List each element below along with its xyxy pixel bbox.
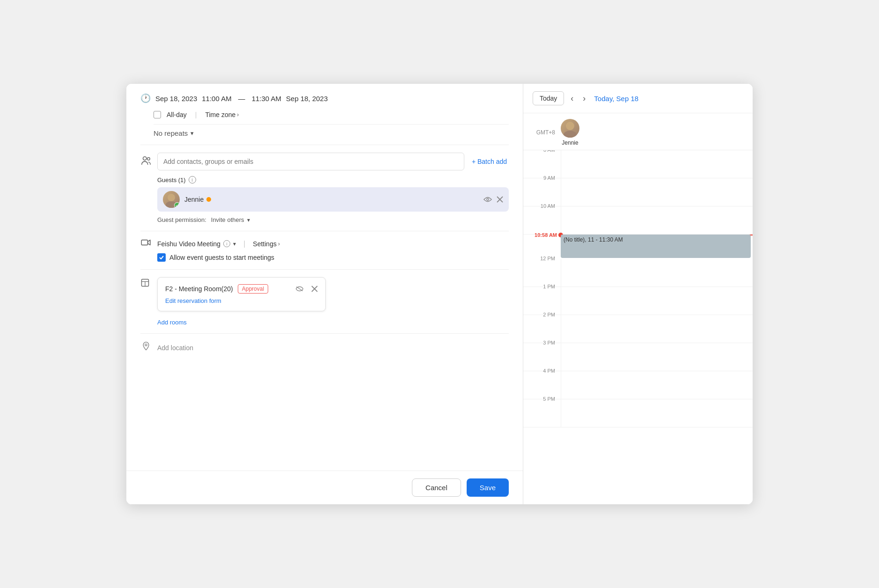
calendar-panel: Today ‹ › Today, Sep 18 GMT+8 Jennie bbox=[523, 84, 753, 504]
time-label-3pm: 3 PM bbox=[523, 340, 561, 345]
cal-time-row-5pm: 5 PM bbox=[523, 399, 753, 427]
bottom-bar: Cancel Save bbox=[126, 470, 523, 504]
cal-person: Jennie bbox=[561, 119, 579, 146]
guest-permission-label: Guest permission: bbox=[157, 216, 206, 223]
cal-time-row-8am: 8 AM bbox=[523, 150, 753, 178]
room-name: F2 - Meeting Room(20) bbox=[165, 285, 233, 293]
allday-checkbox[interactable] bbox=[154, 111, 161, 118]
cal-person-name: Jennie bbox=[562, 140, 578, 146]
cal-time-row-1pm: 1 PM bbox=[523, 287, 753, 315]
allow-meetings-checkbox[interactable] bbox=[157, 253, 166, 262]
video-row: Feishu Video Meeting i ▾ | Settings › bbox=[140, 239, 509, 249]
allow-guests-row: Allow event guests to start meetings bbox=[157, 253, 509, 262]
add-rooms-link[interactable]: Add rooms bbox=[157, 319, 509, 326]
next-nav-button[interactable]: › bbox=[580, 92, 588, 105]
room-section: F2 - Meeting Room(20) Approval bbox=[157, 277, 326, 311]
permission-chevron-icon: ▾ bbox=[247, 217, 250, 223]
guest-actions bbox=[483, 196, 503, 203]
room-hide-button[interactable] bbox=[295, 286, 304, 292]
allow-meetings-label: Allow event guests to start meetings bbox=[169, 254, 274, 261]
video-name: Feishu Video Meeting i ▾ bbox=[157, 240, 236, 248]
contacts-input[interactable] bbox=[157, 153, 464, 170]
timezone-label: Time zone bbox=[205, 111, 235, 118]
timezone-link[interactable]: Time zone › bbox=[205, 111, 239, 118]
cal-avatar-svg bbox=[561, 119, 579, 138]
guest-item: Jennie bbox=[157, 187, 509, 212]
time-label-10am: 10 AM bbox=[523, 203, 561, 209]
cal-time-row-4pm: 4 PM bbox=[523, 371, 753, 399]
edit-reservation-link[interactable]: Edit reservation form bbox=[165, 297, 318, 304]
today-button[interactable]: Today bbox=[533, 91, 564, 105]
svg-point-1 bbox=[147, 157, 150, 160]
save-button[interactable]: Save bbox=[467, 478, 509, 497]
svg-point-14 bbox=[145, 344, 147, 346]
cal-grid: 8 AM 9 AM 10 AM 10:58 AM bbox=[523, 150, 753, 504]
allday-row: All-day | Time zone › bbox=[154, 111, 509, 118]
current-time-label: 10:58 AM bbox=[523, 232, 561, 238]
time-end[interactable]: 11:30 AM bbox=[252, 95, 281, 103]
room-remove-button[interactable] bbox=[311, 286, 318, 292]
guest-avatar bbox=[163, 191, 180, 208]
gmt-label: GMT+8 bbox=[523, 129, 561, 136]
event-title: (No title), 11 - 11:30 AM bbox=[564, 236, 623, 243]
time-label-9am: 9 AM bbox=[523, 175, 561, 181]
cal-time-row-2pm: 2 PM bbox=[523, 315, 753, 343]
room-card: F2 - Meeting Room(20) Approval bbox=[157, 277, 326, 311]
time-label-12pm: 12 PM bbox=[523, 256, 561, 261]
svg-point-4 bbox=[487, 198, 489, 201]
cal-time-row-9am: 9 AM bbox=[523, 178, 753, 206]
guest-permission-row[interactable]: Guest permission: Invite others ▾ bbox=[157, 216, 509, 223]
video-info-icon[interactable]: i bbox=[223, 240, 230, 247]
guests-info-icon[interactable]: i bbox=[189, 176, 196, 184]
clock-icon: 🕐 bbox=[140, 93, 151, 103]
cal-person-avatar bbox=[561, 119, 579, 138]
dash: — bbox=[238, 95, 245, 103]
guest-name: Jennie bbox=[184, 196, 479, 203]
cal-time-row-3pm: 3 PM bbox=[523, 343, 753, 371]
guest-permission-value: Invite others bbox=[211, 216, 244, 223]
time-label-2pm: 2 PM bbox=[523, 312, 561, 317]
no-repeats-row[interactable]: No repeats ▾ bbox=[154, 129, 509, 137]
guests-label: Guests (1) bbox=[157, 176, 186, 184]
cal-time-row-10am: 10 AM bbox=[523, 206, 753, 235]
guest-remove-button[interactable] bbox=[497, 196, 503, 203]
cal-event[interactable]: (No title), 11 - 11:30 AM bbox=[561, 235, 751, 258]
video-icon bbox=[140, 239, 152, 249]
svg-rect-7 bbox=[141, 240, 147, 245]
time-label-1pm: 1 PM bbox=[523, 284, 561, 289]
separator2 bbox=[140, 145, 509, 145]
no-repeats-label: No repeats bbox=[154, 129, 188, 137]
date-end[interactable]: Sep 18, 2023 bbox=[286, 95, 328, 103]
video-settings-link[interactable]: Settings › bbox=[253, 240, 280, 248]
room-icon bbox=[140, 277, 152, 315]
svg-point-16 bbox=[564, 131, 577, 138]
location-icon bbox=[140, 341, 152, 354]
current-time-line: (No title), 11 - 11:30 AM bbox=[561, 235, 753, 235]
location-row[interactable]: Add location bbox=[140, 341, 509, 354]
timezone-chevron-icon: › bbox=[237, 111, 239, 118]
cal-time-row-12pm: 12 PM bbox=[523, 259, 753, 287]
separator bbox=[154, 124, 509, 125]
time-label-8am: 8 AM bbox=[523, 150, 561, 153]
svg-point-0 bbox=[143, 156, 146, 160]
time-label-5pm: 5 PM bbox=[523, 396, 561, 402]
approval-badge: Approval bbox=[238, 284, 268, 294]
date-start[interactable]: Sep 18, 2023 bbox=[155, 95, 197, 103]
calendar-date-label: Today, Sep 18 bbox=[594, 95, 638, 103]
cancel-button[interactable]: Cancel bbox=[412, 478, 461, 497]
time-start[interactable]: 11:00 AM bbox=[202, 95, 231, 103]
separator5 bbox=[140, 333, 509, 334]
cal-person-header: GMT+8 Jennie bbox=[523, 113, 753, 150]
datetime-row: 🕐 Sep 18, 2023 11:00 AM — 11:30 AM Sep 1… bbox=[140, 93, 509, 103]
room-row: F2 - Meeting Room(20) Approval bbox=[140, 277, 509, 315]
video-chevron-icon[interactable]: ▾ bbox=[233, 241, 236, 247]
repeat-chevron-icon: ▾ bbox=[190, 130, 194, 137]
guests-label-row: Guests (1) i bbox=[157, 176, 509, 184]
prev-nav-button[interactable]: ‹ bbox=[568, 92, 576, 105]
separator3 bbox=[140, 231, 509, 231]
room-card-top: F2 - Meeting Room(20) Approval bbox=[165, 284, 318, 294]
guest-view-button[interactable] bbox=[483, 196, 492, 203]
svg-point-15 bbox=[566, 122, 574, 130]
settings-chevron-icon: › bbox=[278, 241, 280, 247]
batch-add-button[interactable]: + Batch add bbox=[470, 158, 509, 165]
